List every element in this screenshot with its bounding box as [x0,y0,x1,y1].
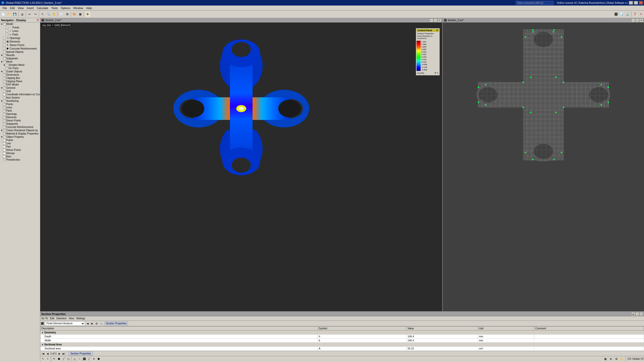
nav-axis-checkbox[interactable] [3,97,6,99]
pan-btn[interactable]: ✋ [51,12,57,17]
legend-settings-icon[interactable]: ⚙ [434,72,436,74]
nav-general[interactable]: ▼ General [0,86,40,89]
nav-model-checkbox[interactable] [3,23,6,25]
bottom-panel-min[interactable]: ─ [635,312,639,316]
nav-axis[interactable]: Axis System [0,96,40,99]
view3d-btn[interactable]: ⬜ [59,12,64,17]
draw-btn-4[interactable]: ⬟ [57,357,61,361]
render-btn[interactable]: 🎨 [72,12,77,17]
nav-clip-box[interactable]: Clipping Box [0,76,40,80]
search-box[interactable]: Type a keyword (Alt+Q) [516,1,554,5]
minimize-button[interactable]: ─ [629,1,633,5]
nav-obj-stirrups[interactable]: Stirrups [0,152,40,155]
menu-file[interactable]: File [1,6,9,10]
nav-num-elements[interactable]: Elements [0,116,40,119]
nav-dxf[interactable]: DXF Model [0,83,40,86]
nav-parts-checkbox[interactable] [6,33,8,36]
nav-num-points-checkbox[interactable] [3,103,6,106]
detail-btn[interactable]: 🔬 [625,12,630,17]
viewport-right[interactable]: ⬛ Section_3.rsc* ─ □ ✕ [443,18,644,311]
snap-toggle[interactable]: ⊕ [609,357,613,361]
nav-on-parts-checkbox[interactable] [6,67,8,70]
nav-parts[interactable]: ▭ Parts [0,33,40,36]
nav-grid[interactable]: Grid [0,89,40,93]
redo-btn[interactable]: ↪ [32,12,38,17]
model-btn[interactable]: ⬛ [613,12,619,17]
draw-btn-12[interactable]: ⬟ [96,357,101,361]
draw-btn-10[interactable]: ╱ [87,357,91,361]
nav-obj-stirrups-checkbox[interactable] [3,152,6,155]
nav-num-subpanels[interactable]: Subpanels [0,122,40,125]
nav-simplex-checkbox[interactable] [6,64,8,66]
draw-btn-9[interactable]: ⬛ [82,357,87,361]
nav-obj-bars[interactable]: Bars [0,155,40,158]
nav-lines[interactable]: ╱ Lines [0,29,40,33]
nav-simplex[interactable]: ▼ Simplex Mesh [0,63,40,67]
analysis-dropdown[interactable]: Finite Element Analysis [45,321,85,326]
nav-openings-checkbox[interactable] [3,37,6,39]
view-menu[interactable]: View [69,317,74,320]
bottom-panel-expand[interactable]: ▲ [631,312,635,316]
print-btn[interactable]: 🖨 [19,12,25,17]
nav-clip-box-checkbox[interactable] [3,77,6,79]
nav-stress-checkbox[interactable] [3,44,6,46]
viewport-right-close[interactable]: ✕ [639,19,643,22]
menu-edit[interactable]: Edit [9,6,16,10]
nav-mesh[interactable]: ▼ Mesh [0,60,40,63]
next-page-btn[interactable]: ▶ [58,352,61,355]
save-btn[interactable]: 💾 [12,12,18,17]
ortho-toggle[interactable]: ⊞ [614,357,619,361]
nav-concrete-checkbox[interactable] [3,47,6,50]
menu-view[interactable]: View [16,6,25,10]
nav-numbering-checkbox[interactable] [3,100,6,102]
nav-points[interactable]: ⬝ Points [0,26,40,29]
nav-obj-stress[interactable]: Stress Points [0,148,40,152]
help-btn[interactable]: ❓ [632,12,638,17]
nav-results[interactable]: ▼ Results [0,54,40,57]
menu-tools[interactable]: Tools [50,6,59,10]
prev-btn[interactable]: ◀ [86,322,90,326]
open-btn[interactable]: 📂 [6,12,12,17]
goto-menu[interactable]: Go To [41,317,48,320]
close-view-btn[interactable]: ✕ [638,12,643,17]
section-props-tab[interactable]: Section Properties [105,322,128,325]
nav-obj-line[interactable]: Line [0,142,40,145]
grid-toggle[interactable]: ▦ [603,357,608,361]
draw-btn-3[interactable]: ✏ [52,357,56,361]
calc-btn[interactable]: ⚙ [85,12,90,17]
nav-grid-checkbox[interactable] [3,90,6,93]
settings-menu[interactable]: Settings [76,317,85,320]
draw-btn-6[interactable]: ◻ [66,357,71,361]
menu-insert[interactable]: Insert [25,6,35,10]
nav-coord-info[interactable]: Coordinate Information on Cursor [0,93,40,96]
nav-num-elements-checkbox[interactable] [3,116,6,119]
nav-num-concrete[interactable]: Concrete Reinforcement [0,125,40,129]
search-table-btn[interactable]: 🔍 [99,322,103,326]
nav-clip-plane[interactable]: Clipping Plane [0,80,40,83]
measure-toggle[interactable]: 📐 [620,357,624,361]
nav-on-parts[interactable]: On Parts [0,67,40,70]
draw-btn-1[interactable]: ↖ [41,357,45,361]
viewport-left-max[interactable]: □ [434,19,437,22]
draw-btn-8[interactable]: ○ [77,357,82,361]
nav-num-parts-checkbox[interactable] [3,110,6,112]
nav-dimensions[interactable]: Dimensions [0,73,40,76]
nav-num-parts[interactable]: Parts [0,109,40,112]
nav-lines-checkbox[interactable] [6,30,8,32]
nav-num-stress[interactable]: Stress Points [0,119,40,122]
results-btn[interactable]: 📊 [619,12,625,17]
zoom-btn[interactable]: 🔍 [46,12,51,17]
section-props-tab-bottom[interactable]: Section Properties [69,352,93,355]
viewport-left-min[interactable]: ─ [430,19,433,22]
select-btn[interactable]: ↖ [40,12,45,17]
viewport-right-max[interactable]: □ [635,19,639,22]
nav-num-concrete-checkbox[interactable] [3,126,6,128]
nav-subpanels-checkbox[interactable] [3,57,6,60]
nav-coord-checkbox[interactable] [3,93,6,96]
nav-elements-checkbox[interactable] [3,40,6,43]
legend-close-icon[interactable]: ✕ [437,72,438,74]
first-page-btn[interactable]: |◀ [41,352,45,355]
nav-dxf-checkbox[interactable] [3,83,6,86]
bottom-panel-max[interactable]: □ [639,312,643,316]
nav-openings[interactable]: ◻ Openings [0,36,40,40]
